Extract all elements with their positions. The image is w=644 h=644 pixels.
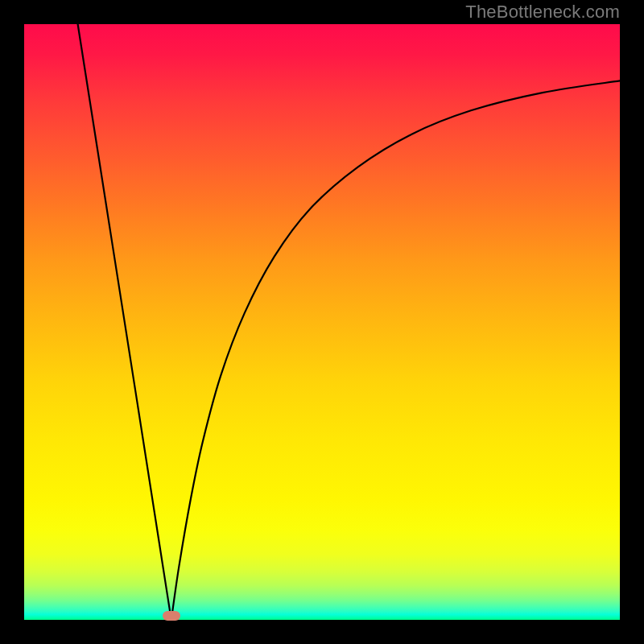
curve-svg <box>24 24 620 620</box>
plot-area <box>24 24 620 620</box>
minimum-marker <box>163 611 180 621</box>
watermark-label: TheBottleneck.com <box>465 2 620 23</box>
chart-frame: TheBottleneck.com <box>0 0 644 644</box>
bottleneck-curve <box>78 24 620 620</box>
